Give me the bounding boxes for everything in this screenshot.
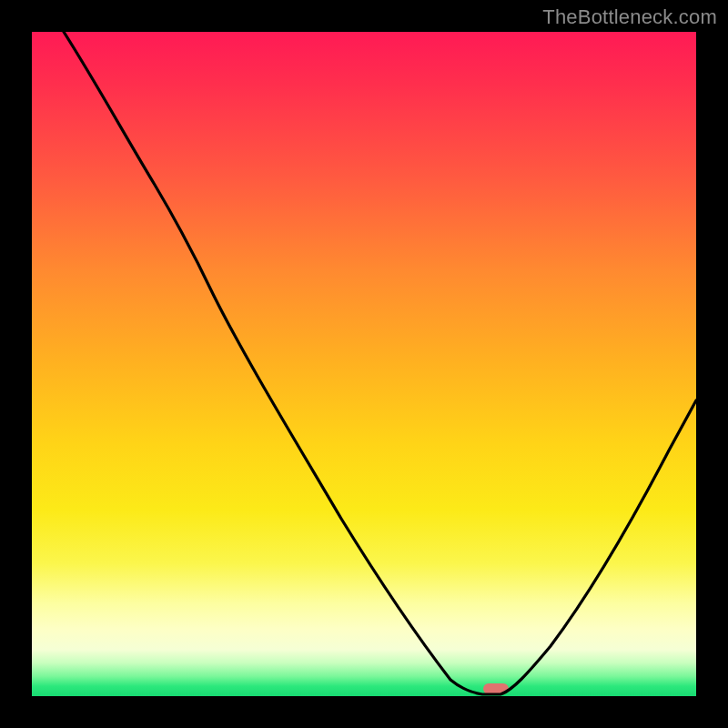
chart-frame: TheBottleneck.com — [0, 0, 728, 728]
chart-svg — [32, 32, 696, 696]
plot-area — [32, 32, 696, 696]
bottleneck-curve — [64, 32, 696, 694]
watermark-text: TheBottleneck.com — [542, 5, 717, 29]
